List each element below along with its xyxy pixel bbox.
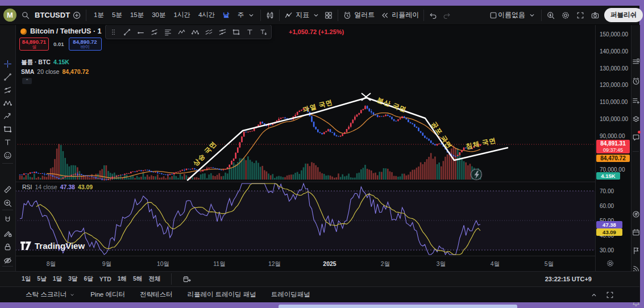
publish-button[interactable]: 퍼블리쉬 <box>604 8 643 22</box>
interval-4시간[interactable]: 4시간 <box>196 9 218 21</box>
settings-gear-icon[interactable] <box>561 11 570 20</box>
watermark-text: TradingView <box>35 241 85 251</box>
price-axis[interactable]: 84,891.31 09:37:45 84,470.72 4.15K 47.38… <box>595 25 631 271</box>
alarm-clock-icon <box>343 11 352 20</box>
divider <box>338 10 338 21</box>
interval-주[interactable]: 주 <box>235 9 247 21</box>
channel-icon[interactable] <box>205 28 213 36</box>
range-1달[interactable]: 1달 <box>53 275 62 283</box>
drag-handle-icon[interactable] <box>109 28 118 36</box>
chart-area[interactable]: 상승 국면과열 국면분산 국면공포 국면침체 국면 Bitcoin / Teth… <box>15 25 595 256</box>
spread-value: 0.01 <box>53 41 64 47</box>
interval-1분[interactable]: 1분 <box>91 9 107 21</box>
ideas-flag-icon[interactable] <box>630 244 642 256</box>
tab-3[interactable]: 전략테스터 <box>140 290 173 299</box>
buy-button[interactable]: 84,890.72 바이 <box>69 38 102 51</box>
horizontal-ray-icon[interactable] <box>136 28 145 36</box>
time-axis-label: 5월 <box>545 260 554 268</box>
interval-30분[interactable]: 30분 <box>149 9 168 21</box>
sma-name: SMA <box>21 68 34 75</box>
chart-style-button[interactable] <box>265 11 275 20</box>
hotlists-icon[interactable] <box>630 94 642 106</box>
interval-5분[interactable]: 5분 <box>109 9 125 21</box>
fullscreen-icon[interactable] <box>576 11 585 20</box>
price-chart-canvas[interactable]: 상승 국면과열 국면분산 국면공포 국면침체 국면 <box>15 25 595 256</box>
anchored-text-icon[interactable] <box>259 28 268 36</box>
crosshair-icon[interactable] <box>2 58 14 70</box>
panel-collapse-icon[interactable] <box>589 290 599 299</box>
range-1해[interactable]: 1해 <box>118 275 127 283</box>
symbol-legend[interactable]: Bitcoin / TetherUS · 1 <box>20 27 101 35</box>
rsi-legend[interactable]: RSI 14 close 47.38 43.09 <box>22 184 93 190</box>
disjoint-channel-icon[interactable] <box>218 28 227 36</box>
undo-button[interactable] <box>429 11 438 20</box>
ruler-icon[interactable] <box>2 184 14 195</box>
range-5해[interactable]: 5해 <box>133 275 142 283</box>
range-6달[interactable]: 6달 <box>84 275 93 283</box>
parallel-channel-icon[interactable] <box>150 28 159 36</box>
clock[interactable]: 23:22:15 UTC+9 <box>545 276 592 282</box>
goto-date-icon[interactable] <box>182 275 191 284</box>
tab-5[interactable]: 트레이딩패널 <box>271 290 310 299</box>
hide-all-icon[interactable] <box>2 255 14 267</box>
sma-params: 20 close <box>37 68 59 75</box>
alerts-clock-icon[interactable] <box>630 75 642 87</box>
xabcd-pattern-icon[interactable] <box>191 28 200 36</box>
snapshot-camera-icon[interactable] <box>591 11 600 20</box>
fib-retracement-icon[interactable] <box>164 28 172 36</box>
layout-grid-icon[interactable] <box>324 11 333 20</box>
range-5날[interactable]: 5날 <box>37 275 46 283</box>
interval-15분[interactable]: 15분 <box>127 9 147 21</box>
text-icon[interactable] <box>2 136 14 148</box>
axis-settings-gear-icon[interactable] <box>606 259 614 268</box>
rectangle-icon[interactable] <box>2 123 14 135</box>
target-icon[interactable] <box>630 208 642 220</box>
range-3달[interactable]: 3달 <box>68 275 77 283</box>
rsi-axis-label: 70.00 <box>600 188 614 194</box>
watchlist-icon[interactable] <box>630 56 642 68</box>
tab-2[interactable]: Pine 에디터 <box>90 290 125 299</box>
panel-maximize-icon[interactable] <box>605 290 614 299</box>
parallel-channel-icon[interactable] <box>2 84 14 96</box>
date-range-bar: 23:22:15 UTC+9 1일5날1달3달6달YTD1해5해전체 <box>0 271 639 286</box>
draw-lock-icon[interactable] <box>2 227 14 239</box>
range-1일[interactable]: 1일 <box>22 275 31 283</box>
interval-날[interactable]: 날 <box>220 9 232 21</box>
lock-all-icon[interactable] <box>2 241 14 253</box>
volume-legend[interactable]: 볼륨 · BTC 4.15K <box>21 59 69 66</box>
tab-1[interactable]: 스탁 스크리너 <box>26 290 76 299</box>
trendline-icon[interactable] <box>123 28 131 36</box>
sell-button[interactable]: 84,890.71 셀 <box>19 38 49 51</box>
object-tree-icon[interactable] <box>630 113 642 125</box>
range-전체[interactable]: 전체 <box>148 275 160 283</box>
legend-collapse-button[interactable]: ⌃ <box>22 78 32 84</box>
user-avatar[interactable]: M <box>3 9 16 22</box>
zoom-in-icon[interactable] <box>2 197 14 209</box>
xabcd-pattern-icon[interactable] <box>2 97 14 109</box>
compare-add-icon[interactable] <box>72 11 81 20</box>
magnet-icon[interactable] <box>2 214 14 226</box>
rectangle-icon[interactable] <box>232 28 240 36</box>
emoji-icon[interactable] <box>2 149 14 161</box>
redo-button[interactable] <box>442 11 451 20</box>
zigzag-icon[interactable] <box>177 28 186 36</box>
interval-1시간[interactable]: 1시간 <box>171 9 193 21</box>
range-YTD[interactable]: YTD <box>99 276 111 282</box>
time-axis[interactable]: 8월9월10월11월12월20252월3월4월5월 <box>15 256 595 272</box>
text-icon[interactable] <box>246 28 254 36</box>
alert-button[interactable]: 얼러트 <box>343 10 375 20</box>
layout-name-menu[interactable]: 이름없음 <box>498 10 537 20</box>
calendar-icon[interactable] <box>630 226 642 238</box>
replay-button[interactable]: 리플레이 <box>380 10 419 20</box>
forecast-icon[interactable] <box>2 110 14 122</box>
quick-search-icon[interactable] <box>546 11 555 20</box>
symbol-search-button[interactable]: BTCUSDT <box>21 11 72 20</box>
tab-4[interactable]: 리플레이 트레이딩 패널 <box>187 290 256 299</box>
chevron-down-icon <box>527 11 537 20</box>
save-layout-icon[interactable] <box>489 11 498 20</box>
trendline-icon[interactable] <box>2 71 14 83</box>
indicators-button[interactable]: 지표 <box>284 10 321 20</box>
sma-legend[interactable]: SMA 20 close 84,470.72 <box>21 68 89 75</box>
tradingview-watermark: TradingView <box>20 241 85 251</box>
chevron-down-icon[interactable] <box>247 11 256 20</box>
